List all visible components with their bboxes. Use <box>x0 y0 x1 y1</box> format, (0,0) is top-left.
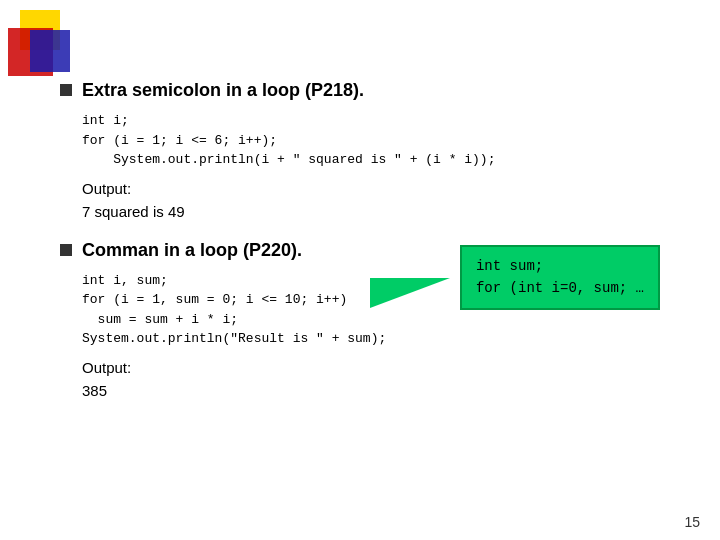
section1-bullet-row: Extra semicolon in a loop (P218). <box>60 80 700 101</box>
bullet-icon-1 <box>60 84 72 96</box>
tooltip-box: int sum; for (int i=0, sum; … <box>460 245 660 310</box>
section2-output-label: Output: <box>82 359 700 376</box>
page-number: 15 <box>684 514 700 530</box>
tooltip-line2: for (int i=0, sum; … <box>476 280 644 296</box>
tooltip-line1: int sum; <box>476 258 543 274</box>
logo-decoration <box>0 0 90 90</box>
section2-title: Comman in a loop (P220). <box>82 240 302 261</box>
section1-output-value: 7 squared is 49 <box>82 203 700 220</box>
bullet-icon-2 <box>60 244 72 256</box>
deco-blue-square <box>30 30 70 72</box>
section1-title: Extra semicolon in a loop (P218). <box>82 80 364 101</box>
section2-output-value: 385 <box>82 382 700 399</box>
section1-output-label: Output: <box>82 180 700 197</box>
tooltip-arrow <box>370 278 450 308</box>
section1-code: int i; for (i = 1; i <= 6; i++); System.… <box>82 111 700 170</box>
